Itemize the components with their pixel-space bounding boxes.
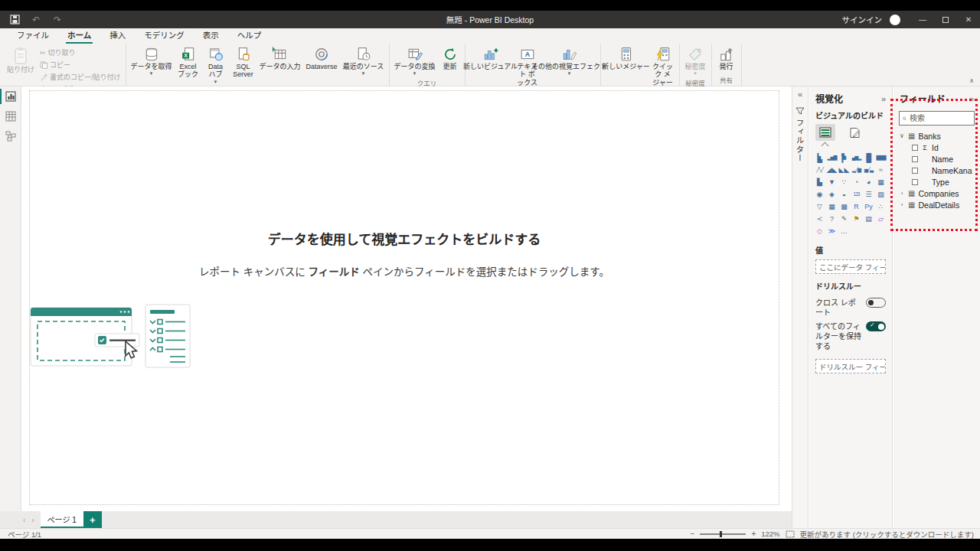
field-item-Type[interactable]: Type: [893, 176, 980, 187]
next-page-icon[interactable]: ›: [31, 516, 34, 524]
chevron-down-icon[interactable]: ∨: [899, 132, 905, 139]
sign-in-button[interactable]: サインイン: [835, 14, 890, 25]
publish-button[interactable]: 発行: [715, 45, 738, 72]
slicer-icon[interactable]: ▽: [814, 201, 825, 212]
table-icon[interactable]: ▦: [826, 201, 838, 212]
build-visual-tab[interactable]: [815, 124, 835, 141]
tab-help[interactable]: ヘルプ: [228, 27, 271, 44]
minimize-button[interactable]: —: [911, 11, 934, 28]
recent-sources-button[interactable]: 最近のソース▼: [341, 45, 386, 77]
new-visual-button[interactable]: 新しいビジュアル: [469, 45, 513, 72]
data-hub-button[interactable]: Data ハブ▼: [203, 45, 229, 86]
new-measure-button[interactable]: 新しいメジャー: [604, 45, 648, 72]
field-table-Banks[interactable]: ∨▦Banks: [893, 130, 980, 142]
field-checkbox[interactable]: [912, 179, 918, 185]
power-automate-icon[interactable]: ≫: [826, 226, 838, 236]
clustered-bar-chart-icon[interactable]: ▄▆▂: [839, 152, 850, 164]
area-chart-icon[interactable]: ◢◣: [826, 165, 838, 175]
drillthrough-field-well[interactable]: ドリルスルー フィールド...: [815, 359, 886, 373]
field-item-Id[interactable]: ΣId: [893, 142, 980, 153]
enter-data-button[interactable]: データの入力: [258, 45, 302, 72]
tab-modeling[interactable]: モデリング: [135, 27, 194, 44]
r-script-visual-icon[interactable]: R: [851, 201, 862, 212]
zoom-out-button[interactable]: −: [691, 530, 695, 538]
map-icon[interactable]: ◉: [814, 189, 825, 200]
data-view-button[interactable]: [0, 106, 21, 126]
chevron-right-icon[interactable]: ›: [899, 190, 905, 197]
zoom-level[interactable]: 122%: [761, 530, 779, 538]
tab-insert[interactable]: 挿入: [100, 27, 135, 44]
previous-page-icon[interactable]: ‹: [23, 516, 25, 524]
save-icon[interactable]: [9, 15, 20, 25]
fields-search[interactable]: [899, 111, 975, 126]
field-item-Name[interactable]: Name: [893, 153, 980, 165]
stacked-column-chart-icon[interactable]: ▂▅▇: [826, 152, 838, 163]
power-apps-icon[interactable]: ▱: [875, 214, 887, 224]
sql-server-button[interactable]: SQL Server: [230, 45, 256, 80]
tab-view[interactable]: 表示: [194, 27, 228, 44]
stacked-area-chart-icon[interactable]: ◣◣: [838, 165, 850, 175]
funnel-chart-icon[interactable]: ▼: [826, 177, 838, 187]
gauge-icon[interactable]: ◒: [838, 189, 850, 200]
more-visuals-ellipsis-icon[interactable]: …: [838, 226, 850, 236]
donut-chart-icon[interactable]: ◕: [863, 177, 874, 187]
filled-map-icon[interactable]: ◈: [826, 189, 838, 200]
key-influencers-icon[interactable]: ∴: [875, 201, 887, 212]
paginated-report-icon[interactable]: ▤: [863, 214, 874, 224]
field-item-NameKana[interactable]: NameKana: [893, 165, 980, 176]
report-view-button[interactable]: [0, 86, 21, 106]
pie-chart-icon[interactable]: ◔: [851, 177, 862, 187]
close-button[interactable]: ✕: [957, 11, 980, 28]
python-visual-icon[interactable]: Py: [863, 201, 874, 212]
add-page-button[interactable]: +: [83, 511, 102, 528]
matrix-icon[interactable]: ▩: [838, 201, 850, 212]
collapse-ribbon-icon[interactable]: ∧: [969, 77, 974, 84]
treemap-icon[interactable]: ▦: [875, 177, 887, 187]
clustered-column-chart-icon[interactable]: ▄▆▂: [851, 152, 862, 163]
format-visual-tab[interactable]: [844, 124, 864, 141]
quick-measure-button[interactable]: クイック メジャー: [650, 45, 676, 88]
model-view-button[interactable]: [0, 126, 21, 146]
card-icon[interactable]: 123: [851, 189, 862, 200]
zoom-slider[interactable]: [700, 533, 746, 535]
smart-narrative-icon[interactable]: ✎: [838, 214, 850, 224]
maximize-button[interactable]: [934, 11, 957, 28]
field-table-Companies[interactable]: ›▦Companies: [893, 187, 980, 199]
report-canvas[interactable]: データを使用して視覚エフェクトをビルドする レポート キャンバスに フィールド …: [21, 86, 791, 511]
kpi-icon[interactable]: ▧: [875, 189, 887, 200]
update-notice[interactable]: 更新があります (クリックするとダウンロードします): [800, 529, 974, 540]
100-stacked-bar-chart-icon[interactable]: ▇▇▇: [864, 152, 874, 164]
tab-file[interactable]: ファイル: [8, 27, 58, 44]
transform-data-button[interactable]: データの変換▼: [393, 45, 437, 77]
line-clustered-column-chart-icon[interactable]: ▅╱▃: [863, 165, 874, 175]
ribbon-chart-icon[interactable]: ≈: [875, 165, 887, 175]
field-checkbox[interactable]: [912, 168, 918, 174]
scatter-chart-icon[interactable]: ∵: [838, 177, 850, 187]
avatar[interactable]: [890, 15, 900, 25]
search-input[interactable]: [910, 114, 971, 122]
field-checkbox[interactable]: [912, 156, 918, 162]
qa-visual-icon[interactable]: ?: [826, 214, 838, 224]
100-stacked-column-chart-icon[interactable]: ▇▇▇: [875, 152, 887, 163]
refresh-button[interactable]: 更新: [439, 45, 462, 72]
chevron-right-icon[interactable]: ›: [899, 201, 905, 208]
values-field-well[interactable]: ここにデータ フィールド...: [815, 259, 886, 274]
custom-visual-icon[interactable]: ◇: [814, 226, 825, 236]
cross-report-toggle[interactable]: [866, 298, 886, 308]
field-table-DealDetails[interactable]: ›▦DealDetails: [893, 199, 980, 210]
metrics-icon[interactable]: ⚑: [851, 214, 862, 224]
page-tab-1[interactable]: ページ 1: [41, 511, 83, 528]
zoom-in-button[interactable]: +: [751, 530, 756, 538]
keep-all-filters-toggle[interactable]: ✓: [866, 321, 886, 331]
excel-workbook-button[interactable]: X Excel ブック: [175, 45, 201, 80]
expand-filters-icon[interactable]: «: [792, 86, 808, 99]
get-data-button[interactable]: データを取得▼: [129, 45, 174, 77]
line-stacked-column-chart-icon[interactable]: ▂╱▆: [851, 165, 862, 175]
multi-row-card-icon[interactable]: ☰: [863, 189, 874, 200]
stacked-bar-chart-icon[interactable]: ▂▅▇: [815, 152, 825, 164]
collapse-visualizations-icon[interactable]: »: [881, 94, 886, 103]
decomposition-tree-icon[interactable]: ≺: [814, 214, 825, 224]
filters-pane-collapsed[interactable]: « フィルター: [792, 86, 808, 528]
line-chart-icon[interactable]: ╱╲╱: [814, 165, 825, 175]
collapse-fields-icon[interactable]: »: [969, 94, 974, 103]
